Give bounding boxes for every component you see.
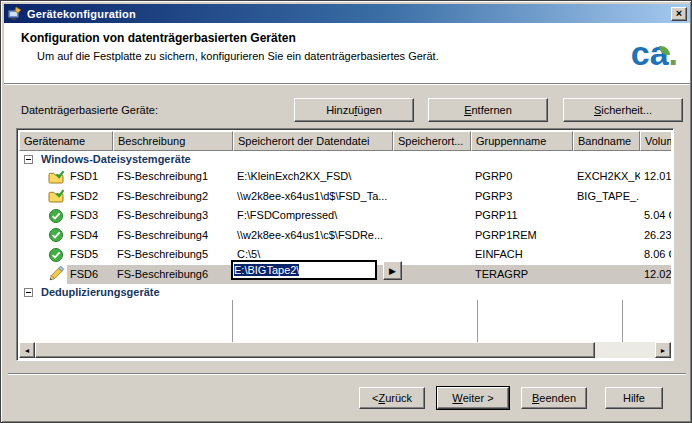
device-description: FS-Beschreibung6 <box>113 265 233 285</box>
collapse-minus-icon[interactable] <box>24 288 33 297</box>
band-name: EXCH2KX_K... <box>573 167 640 187</box>
column-header-index-location[interactable]: Speicherort... <box>393 131 471 151</box>
collapse-minus-icon[interactable] <box>24 155 33 164</box>
index-location <box>393 187 471 207</box>
index-location <box>393 245 471 265</box>
back-button[interactable]: < Zurück <box>359 387 425 409</box>
group-label: Windows-Dateisystemgeräte <box>41 151 191 167</box>
group-name: TERAGRP <box>471 265 573 285</box>
remove-button[interactable]: Entfernen <box>428 98 548 122</box>
add-button-label: Hinzu <box>326 104 354 116</box>
wizard-header: Konfiguration von datenträgerbasierten G… <box>4 23 690 83</box>
band-name: BIG_TAPE_... <box>573 187 640 207</box>
back-button-label-rest: urück <box>385 392 412 404</box>
device-name: FSD6 <box>70 265 98 285</box>
device-name: FSD2 <box>70 187 98 207</box>
add-button[interactable]: Hinzufügen <box>294 98 414 122</box>
scrollbar-thumb[interactable] <box>35 342 595 358</box>
volume: 26.23 <box>640 226 671 246</box>
device-description: FS-Beschreibung2 <box>113 187 233 207</box>
check-circle-icon <box>48 227 64 243</box>
help-button[interactable]: Hilfe <box>605 387 663 409</box>
device-description: FS-Beschreibung1 <box>113 167 233 187</box>
volume: 12.02 <box>640 265 671 285</box>
group-row-windows-filesystem[interactable]: Windows-Dateisystemgeräte <box>19 151 671 167</box>
folder-check-icon <box>48 169 64 185</box>
group-name: PGRP11 <box>471 206 573 226</box>
table-row[interactable]: FSD1 FS-Beschreibung1 E:\KleinExch2KX_FS… <box>19 167 671 187</box>
data-file-location: \\w2k8ee-x64us1\d$\FSD_Ta... <box>233 187 393 207</box>
scrollbar-track[interactable] <box>595 342 655 358</box>
volume: 12.01 <box>640 167 671 187</box>
location-edit-input[interactable]: E:\BIGTape2\ <box>231 260 377 280</box>
title-bar[interactable]: Gerätekonfiguration × <box>4 4 690 23</box>
ca-logo-text: ca <box>631 34 669 72</box>
device-description: FS-Beschreibung4 <box>113 226 233 246</box>
table-header-row: Gerätename Beschreibung Speicherort der … <box>19 131 671 151</box>
volume <box>640 187 671 207</box>
device-name: FSD1 <box>70 167 98 187</box>
ca-logo-dot: . <box>669 34 678 72</box>
finish-button-mnemonic: B <box>532 392 539 404</box>
grid-line <box>232 300 233 342</box>
group-name: EINFACH <box>471 245 573 265</box>
group-name: PGRP0 <box>471 167 573 187</box>
scroll-right-icon[interactable]: ► <box>655 342 671 358</box>
band-name <box>573 265 640 285</box>
device-description: FS-Beschreibung5 <box>113 245 233 265</box>
table-row[interactable]: FSD3 FS-Beschreibung3 F:\FSDCompressed\ … <box>19 206 671 226</box>
security-button[interactable]: Sicherheit... <box>563 98 683 122</box>
check-circle-icon <box>48 208 64 224</box>
column-header-band-name[interactable]: Bandname <box>573 131 640 151</box>
horizontal-scrollbar[interactable]: ◄ ► <box>19 342 671 358</box>
device-name: FSD3 <box>70 206 98 226</box>
index-location <box>393 206 471 226</box>
location-edit-selected-text: E:\BIGTape2\ <box>234 264 299 276</box>
column-header-volume[interactable]: Volume <box>640 131 671 151</box>
finish-button[interactable]: Beenden <box>521 387 587 409</box>
browse-arrow-button[interactable]: ▶ <box>383 261 402 280</box>
footer-divider-highlight <box>8 374 686 375</box>
scroll-left-icon[interactable]: ◄ <box>19 342 35 358</box>
table-row[interactable]: FSD4 FS-Beschreibung4 \\w2k8ee-x64us1\c$… <box>19 226 671 246</box>
header-divider-highlight <box>4 84 690 85</box>
column-header-data-file-location[interactable]: Speicherort der Datendatei <box>233 131 393 151</box>
column-header-device-name[interactable]: Gerätename <box>19 131 113 151</box>
device-configuration-dialog: Gerätekonfiguration × Konfiguration von … <box>0 0 692 423</box>
security-button-mnemonic: S <box>594 104 601 116</box>
volume: 8.06 G <box>640 245 671 265</box>
folder-check-icon <box>48 188 64 204</box>
window-title: Gerätekonfiguration <box>27 8 671 20</box>
band-name <box>573 206 640 226</box>
next-button[interactable]: Weiter > <box>437 387 509 409</box>
devices-table-viewport: Gerätename Beschreibung Speicherort der … <box>19 131 671 358</box>
page-subtitle: Um auf die Festplatte zu sichern, konfig… <box>37 50 439 62</box>
app-icon <box>7 6 23 22</box>
close-icon[interactable]: × <box>671 7 687 21</box>
device-description: FS-Beschreibung3 <box>113 206 233 226</box>
back-button-mnemonic: Z <box>378 392 385 404</box>
next-button-mnemonic: W <box>452 392 462 404</box>
group-name: PGRP3 <box>471 187 573 207</box>
device-name: FSD5 <box>70 245 98 265</box>
index-location <box>393 265 471 285</box>
group-label: Deduplizierungsgeräte <box>41 284 160 300</box>
devices-table: Gerätename Beschreibung Speicherort der … <box>16 128 674 361</box>
device-name: FSD4 <box>70 226 98 246</box>
next-button-label-rest: eiter > <box>463 392 494 404</box>
grid-line <box>622 300 623 342</box>
index-location <box>393 167 471 187</box>
right-triangle-icon: ▶ <box>389 266 396 276</box>
band-name <box>573 226 640 246</box>
group-row-deduplication[interactable]: Deduplizierungsgeräte <box>19 284 671 300</box>
remove-button-mnemonic: E <box>464 104 471 116</box>
page-title: Konfiguration von datenträgerbasierten G… <box>21 31 296 45</box>
group-name: PGRP1REM <box>471 226 573 246</box>
remove-button-label-rest: ntfernen <box>471 104 511 116</box>
volume: 5.04 G <box>640 206 671 226</box>
table-row[interactable]: FSD2 FS-Beschreibung2 \\w2k8ee-x64us1\d$… <box>19 187 671 207</box>
finish-button-label-rest: eenden <box>539 392 576 404</box>
check-circle-icon <box>48 247 64 263</box>
column-header-group-name[interactable]: Gruppenname <box>471 131 573 151</box>
column-header-description[interactable]: Beschreibung <box>113 131 233 151</box>
